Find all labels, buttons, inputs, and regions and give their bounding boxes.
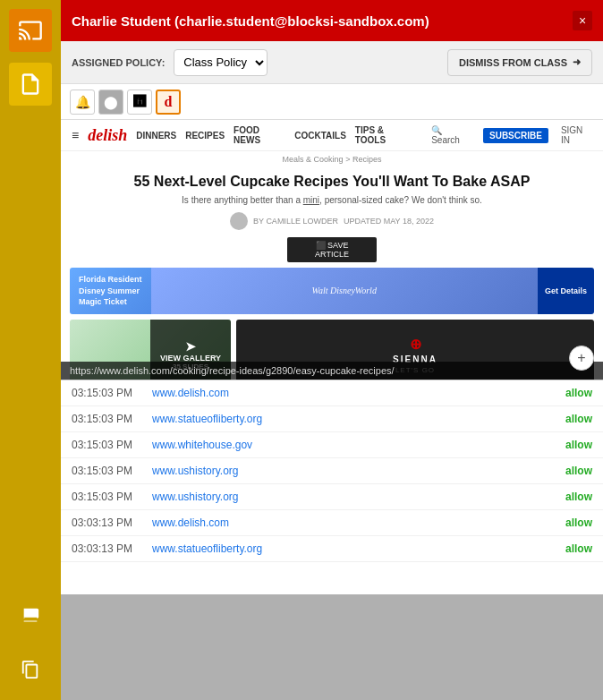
log-status: allow <box>565 465 592 477</box>
log-status: allow <box>565 542 592 555</box>
menu-icon: ≡ <box>72 128 79 142</box>
nav-foodnews: FOOD NEWS <box>234 125 285 145</box>
save-article-button[interactable]: ⬛ SAVE ARTICLE <box>287 237 377 262</box>
tab-1[interactable]: 🔔 <box>70 90 95 115</box>
log-status: allow <box>565 387 592 399</box>
sidebar-item-cast[interactable] <box>9 9 52 52</box>
site-logo: delish <box>88 126 127 145</box>
log-time: 03:15:03 PM <box>72 439 152 451</box>
log-url[interactable]: www.delish.com <box>152 516 565 529</box>
log-url[interactable]: www.statueofliberty.org <box>152 542 565 555</box>
dismiss-button[interactable]: DISMISS FROM CLASS ➜ <box>447 49 592 76</box>
nav-tips: TIPS & TOOLS <box>355 125 413 145</box>
log-status: allow <box>565 516 592 529</box>
log-status: allow <box>565 491 592 503</box>
log-time: 03:15:03 PM <box>72 413 152 425</box>
log-time: 03:15:03 PM <box>72 465 152 477</box>
activity-log: 03:15:03 PM www.delish.com allow 03:15:0… <box>61 380 603 594</box>
log-url[interactable]: www.delish.com <box>152 387 565 399</box>
sidebar-item-monitor[interactable] <box>14 593 47 632</box>
date: UPDATED MAY 18, 2022 <box>344 217 434 226</box>
sidebar-item-doc[interactable] <box>9 59 52 106</box>
dialog-header: Charlie Student (charlie.student@blocksi… <box>61 0 603 41</box>
log-time: 03:15:03 PM <box>72 491 152 503</box>
tabs-bar: 🔔 ⬤ 🅰 d <box>61 84 603 120</box>
ad-text: Florida Resident Disney Summer Magic Tic… <box>70 269 151 313</box>
browser-content: ≡ delish DINNERS RECIPES FOOD NEWS COCKT… <box>61 120 603 380</box>
log-time: 03:15:03 PM <box>72 387 152 399</box>
log-row: 03:15:03 PM www.whitehouse.gov allow <box>61 432 603 458</box>
page-preview: ≡ delish DINNERS RECIPES FOOD NEWS COCKT… <box>61 120 603 380</box>
sidebar <box>0 0 61 700</box>
log-url[interactable]: www.statueofliberty.org <box>152 413 565 425</box>
log-row: 03:15:03 PM www.statueofliberty.org allo… <box>61 406 603 432</box>
log-row: 03:15:03 PM www.delish.com allow <box>61 380 603 406</box>
article-meta: BY CAMILLE LOWDER UPDATED MAY 18, 2022 <box>61 209 603 234</box>
tab-3[interactable]: 🅰 <box>127 90 152 115</box>
toolbar: ASSIGNED POLICY: Class Policy DISMISS FR… <box>61 41 603 84</box>
article-subtitle: Is there anything better than a mini, pe… <box>61 195 603 209</box>
url-bar: https://www.delish.com/cooking/recipe-id… <box>61 362 603 380</box>
close-button[interactable]: × <box>573 11 592 30</box>
log-row: 03:15:03 PM www.ushistory.org allow <box>61 484 603 510</box>
log-url[interactable]: www.ushistory.org <box>152 465 565 477</box>
log-row: 03:15:03 PM www.ushistory.org allow <box>61 458 603 484</box>
log-row: 03:03:13 PM www.statueofliberty.org allo… <box>61 536 603 562</box>
header-title: Charlie Student (charlie.student@blocksi… <box>72 13 429 29</box>
toyota-logo: ⊕ <box>410 336 421 353</box>
ad-banner: Florida Resident Disney Summer Magic Tic… <box>70 268 594 314</box>
log-status: allow <box>565 413 592 425</box>
search-label: 🔍 Search <box>431 125 471 145</box>
log-url[interactable]: www.ushistory.org <box>152 491 565 503</box>
expand-button[interactable]: + <box>569 346 594 371</box>
signin-link[interactable]: SIGN IN <box>561 125 592 145</box>
sidebar-item-copy[interactable] <box>14 646 47 686</box>
nav-dinners: DINNERS <box>136 131 176 141</box>
tab-2[interactable]: ⬤ <box>98 90 123 115</box>
nav-recipes: RECIPES <box>185 131 225 141</box>
article-title: 55 Next-Level Cupcake Recipes You'll Wan… <box>61 167 603 195</box>
gallery-arrow-icon: ➤ <box>185 339 196 354</box>
log-url[interactable]: www.whitehouse.gov <box>152 439 565 451</box>
dismiss-icon: ➜ <box>573 56 581 68</box>
ad-right: Get Details <box>538 268 594 314</box>
byline: BY CAMILLE LOWDER <box>253 217 338 226</box>
log-status: allow <box>565 439 592 451</box>
subscribe-button[interactable]: SUBSCRIBE <box>483 128 548 143</box>
site-nav: ≡ delish DINNERS RECIPES FOOD NEWS COCKT… <box>61 120 603 151</box>
main-panel: Charlie Student (charlie.student@blocksi… <box>61 0 603 700</box>
policy-select[interactable]: Class Policy <box>174 49 268 76</box>
author-avatar <box>230 212 248 230</box>
log-time: 03:03:13 PM <box>72 516 152 529</box>
site-breadcrumb: Meals & Cooking > Recipes <box>61 151 603 167</box>
log-row: 03:03:13 PM www.delish.com allow <box>61 510 603 536</box>
nav-cocktails: COCKTAILS <box>294 131 346 141</box>
log-time: 03:03:13 PM <box>72 542 152 555</box>
ad-brand: Walt DisneyWorld <box>312 286 377 295</box>
tab-4[interactable]: d <box>156 90 181 115</box>
assigned-policy-label: ASSIGNED POLICY: <box>72 57 165 68</box>
